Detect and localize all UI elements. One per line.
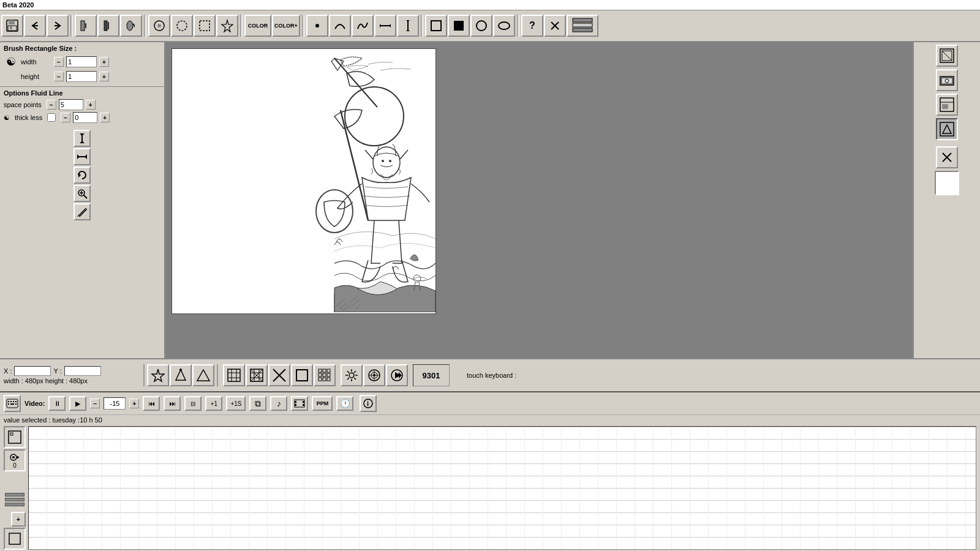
triangle-button[interactable] — [192, 364, 214, 386]
brush3-button[interactable] — [120, 15, 142, 37]
ppm-button[interactable]: PPM — [312, 396, 333, 411]
brush1-button[interactable] — [75, 15, 97, 37]
svg-marker-71 — [152, 369, 164, 381]
keyboard-icon-button[interactable] — [4, 395, 21, 412]
timeline-area: 0 + — [0, 425, 980, 551]
color-button[interactable]: COLOR — [244, 15, 271, 37]
width-minus-button[interactable]: − — [54, 57, 64, 67]
space-points-minus-button[interactable]: − — [47, 100, 56, 110]
x-input[interactable] — [14, 366, 51, 376]
info-button[interactable]: i — [360, 395, 377, 412]
rect-select-button[interactable] — [194, 15, 216, 37]
film-button[interactable] — [291, 396, 308, 411]
radial-button[interactable] — [363, 364, 385, 386]
frame-minus-button[interactable]: − — [90, 399, 100, 408]
grid1-button[interactable] — [223, 364, 245, 386]
separator-2 — [144, 15, 146, 37]
width-input[interactable] — [66, 56, 97, 67]
pen-tool-button[interactable] — [74, 203, 91, 220]
svg-line-43 — [77, 216, 78, 217]
rewind-button[interactable]: ⏮ — [143, 396, 160, 411]
svg-rect-118 — [10, 401, 12, 402]
music-button[interactable]: ♪ — [270, 396, 287, 411]
right-layer1-button[interactable] — [936, 45, 958, 67]
mirror-tool-button[interactable] — [74, 148, 91, 165]
timeline-main[interactable] — [28, 426, 976, 550]
thick-less-minus-button[interactable]: − — [61, 113, 70, 122]
rect-grid-button[interactable] — [291, 364, 313, 386]
pointer-tool-button[interactable] — [74, 130, 91, 147]
height-minus-button[interactable]: − — [54, 72, 64, 81]
square-outline-button[interactable] — [425, 15, 447, 37]
timeline-key-cell[interactable]: 0 — [4, 449, 26, 471]
separator-3 — [240, 15, 243, 37]
copy-video-button[interactable]: ⧉ — [249, 396, 266, 411]
right-layer4-button[interactable] — [936, 118, 958, 140]
pause-button[interactable]: ⏸ — [48, 396, 66, 411]
timeline-box-cell[interactable] — [4, 528, 26, 550]
brush2-button[interactable] — [97, 15, 119, 37]
x-grid-button[interactable] — [268, 364, 290, 386]
right-layer3-button[interactable] — [936, 94, 958, 116]
canvas-area[interactable] — [165, 42, 913, 358]
close-button[interactable] — [544, 15, 566, 37]
thick-less-checkbox[interactable] — [47, 113, 56, 122]
mountain-button[interactable] — [170, 364, 192, 386]
layers-button[interactable] — [567, 15, 598, 37]
select-button[interactable] — [148, 15, 170, 37]
updown-button[interactable] — [397, 15, 419, 37]
play-button[interactable]: ▶ — [69, 396, 86, 411]
space-points-input[interactable] — [59, 99, 83, 110]
scurve-button[interactable] — [352, 15, 374, 37]
plus1-button[interactable]: +1 — [205, 396, 222, 411]
svg-marker-72 — [176, 370, 186, 380]
svg-marker-115 — [399, 372, 402, 378]
svg-point-73 — [179, 369, 182, 371]
dot-grid-button[interactable] — [314, 364, 336, 386]
forward-button[interactable] — [47, 15, 69, 37]
minus-frame-button[interactable]: ⊟ — [184, 396, 202, 411]
dot-button[interactable] — [306, 15, 328, 37]
line-button[interactable] — [374, 15, 396, 37]
thick-less-input[interactable] — [73, 112, 97, 123]
svg-rect-128 — [303, 404, 304, 406]
circle-button[interactable] — [470, 15, 492, 37]
y-input[interactable] — [64, 366, 101, 376]
width-plus-button[interactable]: + — [99, 57, 109, 67]
height-plus-button[interactable]: + — [99, 72, 109, 81]
circle-select-button[interactable] — [171, 15, 193, 37]
svg-point-25 — [477, 21, 486, 31]
svg-marker-19 — [389, 24, 391, 28]
sunburst2-button[interactable] — [341, 364, 363, 386]
color-plus-button[interactable]: COLOR+ — [272, 15, 300, 37]
thick-less-plus-button[interactable]: + — [100, 113, 110, 122]
add-keyframe-button[interactable]: + — [11, 512, 26, 527]
svg-rect-5 — [55, 25, 61, 26]
yin-yang-icon[interactable]: ☯ — [4, 54, 18, 69]
undo-tool-button[interactable] — [74, 167, 91, 184]
back-button[interactable] — [24, 15, 46, 37]
starburst-button[interactable] — [147, 364, 169, 386]
magic-button[interactable] — [216, 15, 238, 37]
plus1s-button[interactable]: +1S — [226, 396, 246, 411]
height-input[interactable] — [66, 71, 97, 82]
frame-plus-button[interactable]: + — [129, 399, 139, 408]
zoom-tool-button[interactable] — [74, 185, 91, 202]
ellipse-button[interactable] — [493, 15, 515, 37]
play-alt-button[interactable] — [386, 364, 408, 386]
grid2-button[interactable] — [246, 364, 268, 386]
video-label: Video: — [24, 400, 45, 407]
filled-square-button[interactable] — [448, 15, 470, 37]
fast-forward-button[interactable]: ⏭ — [164, 396, 181, 411]
frame-input[interactable] — [104, 397, 126, 410]
yin-yang-tool-icon[interactable]: ☯ — [4, 114, 10, 122]
timeline-frame-cell[interactable] — [4, 426, 26, 448]
help-button[interactable]: ? — [521, 15, 543, 37]
curve-button[interactable] — [329, 15, 351, 37]
left-panel: Brush Rectangle Size : ☯ width − + heigh… — [0, 42, 165, 358]
clock-button[interactable]: 🕐 — [336, 396, 353, 411]
right-layer2-button[interactable] — [936, 69, 958, 91]
right-close-button[interactable] — [936, 146, 958, 168]
space-points-plus-button[interactable]: + — [86, 100, 96, 110]
save-button[interactable] — [1, 15, 23, 37]
